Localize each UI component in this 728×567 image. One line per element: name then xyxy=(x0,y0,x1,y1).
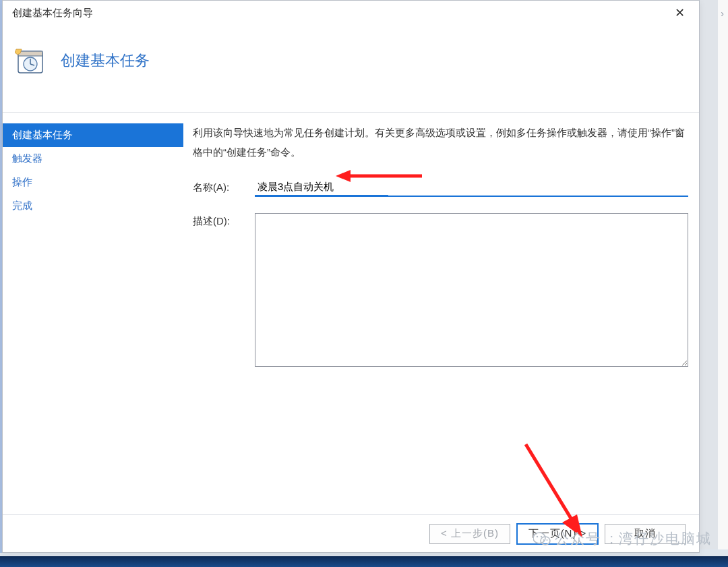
description-input[interactable] xyxy=(255,213,688,367)
create-basic-task-wizard: 创建基本任务向导 ✕ 创建基本任务 创建基本任务 触发器 xyxy=(2,0,700,553)
step-trigger[interactable]: 触发器 xyxy=(3,147,183,171)
wizard-steps: 创建基本任务 触发器 操作 完成 xyxy=(3,119,183,514)
svg-marker-9 xyxy=(562,514,582,537)
scroll-chevron-icon: › xyxy=(721,8,724,19)
annotation-arrow-to-name-input xyxy=(336,167,423,185)
svg-marker-7 xyxy=(336,170,351,182)
window-title: 创建基本任务向导 xyxy=(12,7,93,20)
cancel-button[interactable]: 取消 xyxy=(605,524,686,544)
step-action[interactable]: 操作 xyxy=(3,171,183,194)
wizard-heading: 创建基本任务 xyxy=(61,47,150,71)
close-icon[interactable]: ✕ xyxy=(664,1,695,25)
step-finish[interactable]: 完成 xyxy=(3,194,183,218)
intro-text: 利用该向导快速地为常见任务创建计划。有关更多高级选项或设置，例如多任务操作或触发… xyxy=(193,123,688,162)
annotation-arrow-to-next-button xyxy=(458,442,586,543)
name-field-row: 名称(A): xyxy=(193,179,688,196)
name-label: 名称(A): xyxy=(193,179,245,196)
svg-rect-1 xyxy=(18,51,42,56)
titlebar[interactable]: 创建基本任务向导 ✕ xyxy=(3,1,699,25)
wizard-content: 利用该向导快速地为常见任务创建计划。有关更多高级选项或设置，例如多任务操作或触发… xyxy=(183,119,699,514)
task-scheduler-icon xyxy=(15,47,44,76)
description-label: 描述(D): xyxy=(193,213,245,229)
description-field-row: 描述(D): xyxy=(193,213,688,367)
svg-line-8 xyxy=(526,444,574,524)
wizard-header: 创建基本任务 xyxy=(3,25,699,113)
step-create-basic-task[interactable]: 创建基本任务 xyxy=(3,123,183,147)
wizard-footer: < 上一步(B) 下一页(N) > 取消 xyxy=(3,514,699,552)
